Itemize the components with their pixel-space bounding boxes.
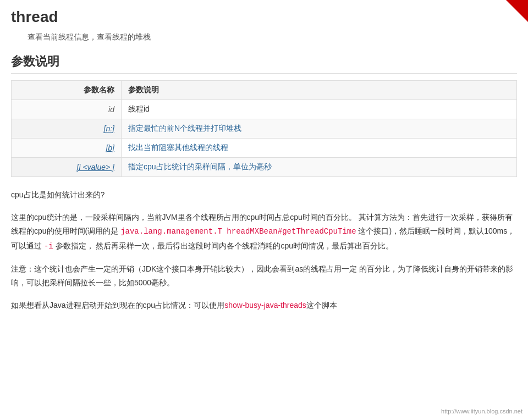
col-header-desc: 参数说明 xyxy=(122,81,517,100)
param-name-link-3[interactable]: [i <value> ] xyxy=(77,163,115,172)
param-desc-0: 线程id xyxy=(122,100,517,119)
content-section: cpu占比是如何统计出来的? 这里的cpu统计的是，一段采样间隔内，当前JVM里… xyxy=(11,188,517,312)
params-section-title: 参数说明 xyxy=(11,53,517,74)
table-row: id线程id xyxy=(12,100,517,119)
table-row: [i <value> ]指定cpu占比统计的采样间隔，单位为毫秒 xyxy=(12,158,517,177)
param-name-link-2[interactable]: [b] xyxy=(106,143,114,152)
code-threadmxbean: java.lang.management.T hreadMXBean#getTh… xyxy=(120,227,356,236)
paragraph-2: 注意：这个统计也会产生一定的开销（JDK这个接口本身开销比较大），因此会看到as… xyxy=(11,262,517,290)
table-row: [b]找出当前阻塞其他线程的线程 xyxy=(12,139,517,158)
params-table: 参数名称 参数说明 id线程id[n:]指定最忙的前N个线程并打印堆栈[b]找出… xyxy=(11,80,517,177)
paragraph-1: 这里的cpu统计的是，一段采样间隔内，当前JVM里各个线程所占用的cpu时间占总… xyxy=(11,211,517,253)
col-header-name: 参数名称 xyxy=(12,81,122,100)
table-row: [n:]指定最忙的前N个线程并打印堆栈 xyxy=(12,119,517,139)
code-i-param: -i xyxy=(44,242,53,251)
description-text: 查看当前线程信息，查看线程的堆栈 xyxy=(28,32,517,42)
param-name-0: id xyxy=(12,100,122,119)
paragraph-3: 如果想看从Java进程启动开始到现在的cpu占比情况：可以使用show-busy… xyxy=(11,299,517,312)
param-desc-2: 找出当前阻塞其他线程的线程 xyxy=(122,139,517,158)
param-name-link-1[interactable]: [n:] xyxy=(104,124,114,133)
param-desc-1: 指定最忙的前N个线程并打印堆栈 xyxy=(122,119,517,139)
page-title: thread xyxy=(11,8,517,26)
show-busy-java-threads-link[interactable]: show-busy-java-threads xyxy=(224,301,306,310)
question-text: cpu占比是如何统计出来的? xyxy=(11,188,517,202)
param-desc-3: 指定cpu占比统计的采样间隔，单位为毫秒 xyxy=(122,158,517,177)
